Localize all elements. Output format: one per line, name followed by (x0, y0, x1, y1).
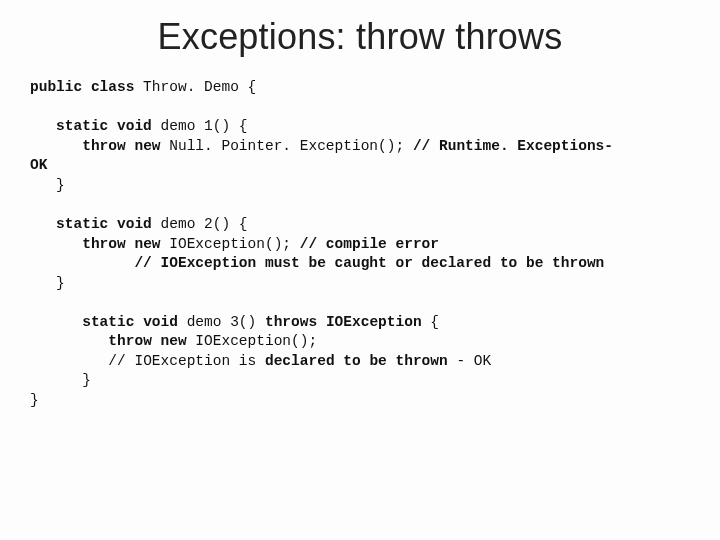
c-declared-c: - OK (448, 353, 492, 369)
t-demo1: demo 1 (161, 118, 213, 134)
c-runtime: // Runtime. Exceptions- (413, 138, 613, 154)
t-close2: } (30, 275, 65, 291)
kw-throw-new-3: throw new (30, 333, 195, 349)
t-npe: Null. Pointer. Exception(); (169, 138, 413, 154)
t-ioe2: IOException(); (195, 333, 317, 349)
t-demo2-paren: () { (213, 216, 248, 232)
kw-static-void-2: static void (30, 216, 161, 232)
slide-title: Exceptions: throw throws (30, 16, 690, 58)
t-classname: Throw. Demo { (134, 79, 256, 95)
c-declared-b: declared to be thrown (265, 353, 448, 369)
t-close1: } (30, 177, 65, 193)
t-demo3-paren: () (239, 314, 265, 330)
c-compile-error: // compile error (300, 236, 439, 252)
slide: Exceptions: throw throws public class Th… (0, 0, 720, 431)
kw-throws-ioe: throws IOException (265, 314, 422, 330)
t-ok: OK (30, 157, 47, 173)
kw-public-class: public class (30, 79, 134, 95)
t-demo3: demo 3 (187, 314, 239, 330)
code-block: public class Throw. Demo { static void d… (30, 78, 690, 411)
kw-throw-new-2: throw new (30, 236, 169, 252)
kw-throw-new-1: throw new (30, 138, 169, 154)
t-demo3-brace: { (422, 314, 439, 330)
t-demo2: demo 2 (161, 216, 213, 232)
kw-static-void-3: static void (30, 314, 187, 330)
t-ioe1: IOException(); (169, 236, 300, 252)
c-declared-a: // IOException is (30, 353, 265, 369)
c-must-catch: // IOException must be caught or declare… (30, 255, 604, 271)
t-close3: } (30, 372, 91, 388)
t-close-class: } (30, 392, 39, 408)
t-demo1-paren: () { (213, 118, 248, 134)
kw-static-void-1: static void (30, 118, 161, 134)
